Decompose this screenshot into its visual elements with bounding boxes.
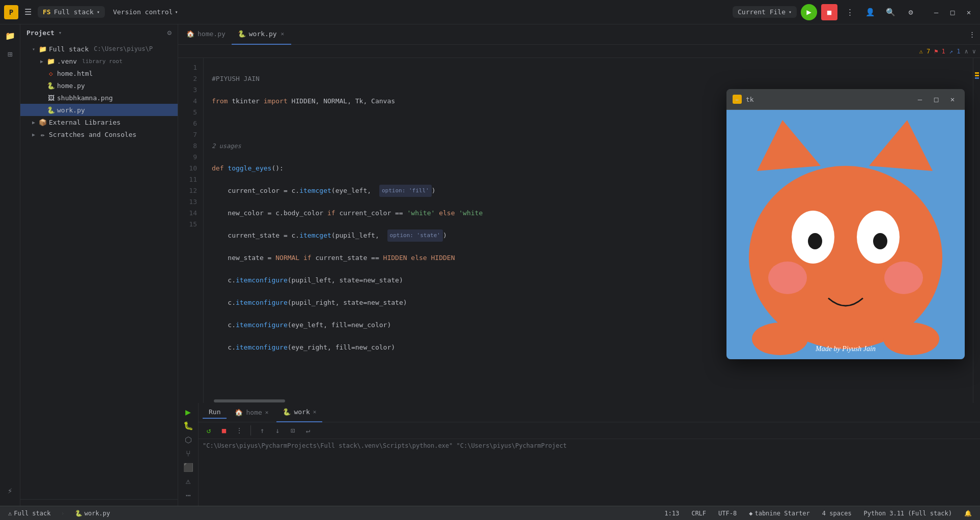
title-bar-right: Current File ▾ ▶ ■ ⋮ 👤 🔍 ⚙ — □ ✕ <box>733 4 976 20</box>
close-button[interactable]: ✕ <box>962 5 976 19</box>
tab-bar-actions: ⋮ <box>966 28 978 41</box>
more-actions-button[interactable]: ⋮ <box>842 4 858 20</box>
scroll-down-button[interactable]: ↓ <box>271 424 284 437</box>
console-line-1: "C:\Users\piyus\PycharmProjects\Full sta… <box>203 441 976 451</box>
plugins-icon[interactable]: ⚡ <box>2 482 18 499</box>
tree-label-venv: .venv <box>57 57 77 65</box>
soft-wrap-button[interactable]: ↵ <box>302 424 314 437</box>
status-plugin[interactable]: ◆ tabnine Starter <box>747 510 812 517</box>
status-interpreter[interactable]: Python 3.11 (Full stack) <box>862 510 954 517</box>
run-tab-work-icon: 🐍 <box>283 408 291 416</box>
tree-item-fullstack[interactable]: ▾ 📁 Full stack C:\Users\piyus\P <box>20 43 178 55</box>
hamburger-menu[interactable]: ☰ <box>22 5 34 19</box>
status-encoding[interactable]: UTF-8 <box>716 510 739 517</box>
status-project-icon: ⚠ <box>8 510 12 517</box>
tab-workpy[interactable]: 🐍 work.py ✕ <box>232 24 291 45</box>
collapse-icon[interactable]: ∨ <box>972 48 976 55</box>
vcs-label: Version control <box>113 8 173 16</box>
debug-icon[interactable]: 🐛 <box>180 420 197 431</box>
minimize-button[interactable]: — <box>929 5 943 19</box>
tk-maximize[interactable]: □ <box>930 93 942 105</box>
tab-more-options[interactable]: ⋮ <box>966 28 978 41</box>
more-run-actions[interactable]: ⋮ <box>233 424 245 437</box>
warning-count[interactable]: ⚠ 7 <box>919 48 930 55</box>
scroll-up-button[interactable]: ↑ <box>256 424 268 437</box>
tree-label-homehtml: home.html <box>57 70 93 77</box>
services-icon[interactable]: ⬡ <box>180 434 197 446</box>
run-button[interactable]: ▶ <box>801 4 817 20</box>
status-line-ending[interactable]: CRLF <box>689 510 708 517</box>
settings-icon[interactable]: ⚙ <box>903 4 919 20</box>
tk-canvas: Made by Piyush Jain <box>726 110 965 359</box>
tab-workpy-icon: 🐍 <box>238 30 246 38</box>
status-position[interactable]: 1:13 <box>662 510 681 517</box>
run-bottom-icon[interactable]: ▶ <box>180 406 197 418</box>
status-indent[interactable]: 4 spaces <box>820 510 854 517</box>
cheek-left <box>768 262 807 294</box>
expand-icon[interactable]: ∧ <box>965 48 968 55</box>
title-bar-left: P ☰ FS Full stack ▾ Version control ▾ <box>4 5 182 19</box>
tk-close[interactable]: ✕ <box>946 93 959 105</box>
vcs-count[interactable]: ↗ 1 <box>949 48 961 55</box>
project-title-chevron: ▾ <box>59 30 62 36</box>
tree-chevron-workpy <box>39 107 45 113</box>
project-panel-icon[interactable]: 📁 <box>2 27 18 44</box>
status-project[interactable]: ⚠ Full stack <box>6 510 52 517</box>
status-plugin-icon: ◆ <box>749 510 752 517</box>
error-count[interactable]: ⚑ 1 <box>934 48 945 55</box>
bottom-tab-run[interactable]: Run <box>203 406 227 419</box>
run-tab-work[interactable]: 🐍 work ✕ <box>276 403 322 422</box>
tree-item-homepy[interactable]: 🐍 home.py <box>20 79 178 92</box>
status-file[interactable]: 🐍 work.py <box>73 510 113 517</box>
run-tab-home-close[interactable]: ✕ <box>265 409 269 416</box>
tree-item-png[interactable]: 🖼 shubhkamna.png <box>20 92 178 104</box>
left-toolbar: 📁 ⊞ ⚡ ⋯ <box>0 24 20 520</box>
run-tab-home[interactable]: 🏠 home ✕ <box>229 403 274 422</box>
stop-button[interactable]: ■ <box>821 4 837 20</box>
status-file-label: work.py <box>85 510 110 517</box>
tree-label-homepy: home.py <box>57 82 85 90</box>
tab-homepy[interactable]: 🏠 home.py <box>180 24 232 45</box>
cat-svg <box>726 110 965 359</box>
tree-item-venv[interactable]: ▶ 📁 .venv library root <box>20 55 178 67</box>
status-plugin-label: tabnine Starter <box>754 510 809 517</box>
cat-ear-left <box>757 120 821 171</box>
git-icon[interactable]: ⑂ <box>180 448 197 459</box>
structure-icon[interactable]: ⊞ <box>2 46 18 62</box>
account-icon[interactable]: 👤 <box>862 4 878 20</box>
tab-workpy-close[interactable]: ✕ <box>280 30 286 38</box>
tree-item-homehtml[interactable]: ◇ home.html <box>20 67 178 79</box>
tk-window[interactable]: ✏ tk — □ ✕ <box>726 89 965 359</box>
run-tab-work-close[interactable]: ✕ <box>313 409 317 415</box>
stop-run-button[interactable]: ■ <box>218 424 230 437</box>
current-file-button[interactable]: Current File ▾ <box>733 6 797 18</box>
search-icon[interactable]: 🔍 <box>882 4 899 20</box>
bottom-more-icon[interactable]: ⋯ <box>180 489 197 501</box>
maximize-button[interactable]: □ <box>945 5 960 19</box>
tk-titlebar: ✏ tk — □ ✕ <box>726 89 965 110</box>
tree-item-extlibs[interactable]: ▶ 📦 External Libraries <box>20 116 178 128</box>
status-project-label: Full stack <box>14 510 50 517</box>
horiz-scrollbar[interactable] <box>204 399 973 403</box>
tree-item-workpy[interactable]: 🐍 work.py <box>20 104 178 116</box>
terminal-icon[interactable]: ⬛ <box>180 461 197 473</box>
project-switcher[interactable]: FS Full stack ▾ <box>38 6 105 18</box>
status-file-icon: 🐍 <box>75 510 82 517</box>
cat-body <box>749 166 942 349</box>
status-notifications[interactable]: 🔔 <box>962 510 974 517</box>
current-file-chevron: ▾ <box>789 9 792 15</box>
version-control-button[interactable]: Version control ▾ <box>109 6 182 18</box>
rerun-button[interactable]: ↺ <box>203 424 215 437</box>
tree-item-scratches[interactable]: ▶ ✏ Scratches and Consoles <box>20 128 178 140</box>
tk-minimize[interactable]: — <box>914 93 926 105</box>
gutter-warning-1 <box>975 72 979 74</box>
tk-win-controls: — □ ✕ <box>914 93 959 105</box>
console-layout-button[interactable]: ⊡ <box>287 424 299 437</box>
project-settings-icon[interactable]: ⚙ <box>167 28 172 37</box>
status-bar: ⚠ Full stack › 🐍 work.py 1:13 CRLF UTF-8… <box>0 506 980 520</box>
project-fs-icon: FS <box>43 8 51 16</box>
tab-workpy-label: work.py <box>249 30 277 38</box>
problems-icon[interactable]: ⚠ <box>180 475 197 487</box>
bottom-content: Run 🏠 home ✕ 🐍 work ✕ <box>199 403 980 520</box>
tab-homepy-label: home.py <box>198 30 226 38</box>
